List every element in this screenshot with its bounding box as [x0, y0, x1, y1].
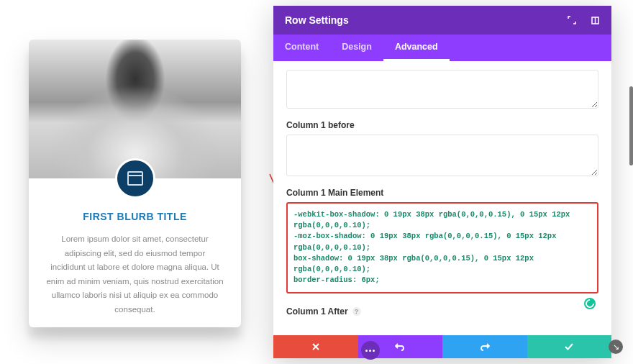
more-options-badge[interactable]: [361, 341, 380, 360]
floating-help-icon[interactable]: ↘: [609, 340, 623, 354]
tab-advanced[interactable]: Advanced: [383, 35, 450, 61]
after-label: Column 1 After ?: [286, 306, 598, 317]
card-text: Lorem ipsum dolor sit amet, consectetur …: [46, 232, 224, 317]
help-icon[interactable]: ?: [352, 307, 361, 316]
css-textarea-prev[interactable]: [286, 70, 598, 109]
main-label: Column 1 Main Element: [286, 188, 598, 198]
expand-icon[interactable]: [567, 15, 577, 25]
footer-actions: [273, 335, 611, 358]
cancel-button[interactable]: [273, 335, 358, 358]
window-icon: [115, 158, 155, 199]
column-main-textarea[interactable]: -webkit-box-shadow: 0 19px 38px rgba(0,0…: [286, 202, 598, 294]
blurb-card: FIRST BLURB TITLE Lorem ipsum dolor sit …: [29, 40, 241, 327]
collapse-icon[interactable]: [590, 15, 600, 25]
column-before-textarea[interactable]: [286, 135, 598, 176]
tab-content[interactable]: Content: [273, 35, 330, 61]
save-button[interactable]: [527, 335, 612, 358]
grammarly-icon[interactable]: [584, 298, 596, 309]
card-body: FIRST BLURB TITLE Lorem ipsum dolor sit …: [29, 178, 241, 334]
tabs: Content Design Advanced: [273, 35, 611, 61]
row-settings-panel: Row Settings Content Design Advanced Col…: [273, 6, 611, 358]
card-title: FIRST BLURB TITLE: [46, 211, 224, 222]
page-scrollbar[interactable]: [629, 86, 633, 165]
before-label: Column 1 before: [286, 120, 598, 130]
panel-title: Row Settings: [285, 14, 349, 26]
redo-button[interactable]: [442, 335, 527, 358]
panel-header: Row Settings: [273, 6, 611, 35]
tab-design[interactable]: Design: [330, 35, 383, 61]
panel-body[interactable]: Column 1 before Column 1 Main Element -w…: [273, 61, 611, 335]
svg-rect-0: [128, 172, 142, 185]
